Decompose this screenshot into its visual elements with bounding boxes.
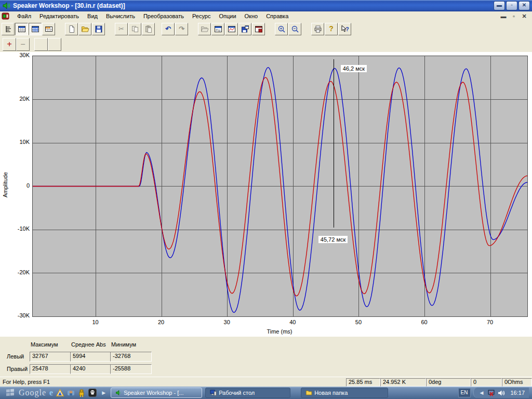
zoom-in-icon <box>277 25 286 33</box>
minimize-button[interactable]: ▬ <box>494 1 505 10</box>
print-button[interactable] <box>311 23 324 35</box>
new-document-icon <box>68 25 76 33</box>
title-bar: Speaker Workshop - [30.in.r (dataset)] ▬… <box>0 0 532 11</box>
mdi-restore-button[interactable]: ▫ <box>510 13 517 20</box>
language-indicator[interactable]: EN <box>458 388 471 397</box>
restore-button[interactable]: ▫ <box>506 1 517 10</box>
menu-file[interactable]: Файл <box>13 12 35 20</box>
cut-button[interactable]: ✂ <box>115 23 128 35</box>
taskbar-button-desktop[interactable]: Рабочий стол <box>205 388 290 398</box>
x-tick-label: 30 <box>217 319 237 325</box>
windows-flag-icon[interactable] <box>5 389 16 397</box>
view-notes-button[interactable] <box>2 23 15 35</box>
remove-marker-button[interactable]: − <box>16 38 30 51</box>
redo-button[interactable]: ↷ <box>175 23 188 35</box>
stats-left-min: -32768 <box>110 352 152 362</box>
view-table-b-button[interactable] <box>29 23 42 35</box>
waveform-series-0 <box>33 68 527 313</box>
menu-options[interactable]: Опции <box>215 12 240 20</box>
minus-icon: − <box>20 39 25 50</box>
context-help-icon: ? <box>341 25 349 33</box>
new-document-button[interactable] <box>65 23 78 35</box>
marker-toolbar: + − <box>0 37 532 52</box>
svg-text:?: ? <box>345 26 349 32</box>
x-tick-label: 70 <box>480 319 500 325</box>
stats-panel: Максимум Среднее Abs Минимум Левый 32767… <box>0 337 532 377</box>
x-tick-label: 10 <box>85 319 106 325</box>
main-toolbar: ✂ ↶ ↷ Prp <box>0 21 532 37</box>
taskbar-button-new-folder[interactable]: Новая папка <box>301 388 388 398</box>
chart-window-button[interactable] <box>225 23 238 35</box>
save-button[interactable] <box>92 23 105 35</box>
paste-button[interactable] <box>142 23 155 35</box>
display-settings-tray-icon[interactable] <box>488 390 495 396</box>
context-help-button[interactable]: ? <box>338 23 351 35</box>
internet-explorer-icon[interactable]: e <box>49 388 53 397</box>
quick-launch: Google e ▶ <box>0 388 111 397</box>
skull-app-icon[interactable] <box>88 389 97 397</box>
speaker-workshop-icon <box>2 2 10 10</box>
close-button[interactable]: ✕ <box>518 1 530 10</box>
copy-icon <box>131 25 139 33</box>
notes-view-icon <box>4 25 12 33</box>
stats-left-avg: 5994 <box>70 352 112 362</box>
x-tick-label: 40 <box>282 319 303 325</box>
menu-edit[interactable]: Редактировать <box>35 12 83 20</box>
menu-help[interactable]: Справка <box>262 12 292 20</box>
task-label: Speaker Workshop - [... <box>124 390 183 396</box>
folder-task-icon <box>305 390 312 396</box>
stats-right-max: 25478 <box>30 364 71 374</box>
speaker-task-icon <box>115 390 122 396</box>
taskbar-button-speaker-workshop[interactable]: Speaker Workshop - [... <box>111 388 202 398</box>
tray-chevron[interactable]: ◀ <box>478 390 486 395</box>
mdi-minimize-button[interactable]: ▬ <box>500 13 507 20</box>
undo-button[interactable]: ↶ <box>162 23 175 35</box>
cursor-time-label-top: 46,2 мск <box>341 65 367 72</box>
stats-header-max: Максимум <box>31 341 58 348</box>
system-tray: EN ◀ 16:17 <box>458 388 532 398</box>
help-button[interactable]: ? <box>325 23 338 35</box>
status-help-text: For Help, press F1 <box>3 379 50 385</box>
stats-header-min: Минимум <box>111 341 136 348</box>
taskbar-clock[interactable]: 16:17 <box>508 390 527 396</box>
waveform-plot[interactable] <box>32 56 528 317</box>
properties-window-button[interactable]: Prp <box>211 23 224 35</box>
status-phase-panel: 0deg <box>426 378 471 387</box>
marker-blank-button-2[interactable] <box>48 38 61 51</box>
menu-view[interactable]: Вид <box>83 12 102 20</box>
menu-resource[interactable]: Ресурс <box>188 12 215 20</box>
volume-tray-icon[interactable] <box>498 390 506 396</box>
waveform-series-1 <box>33 77 527 296</box>
undo-arrow-icon: ↶ <box>165 25 171 32</box>
svg-text:Prp: Prp <box>216 29 221 32</box>
chart-window-icon <box>228 25 236 33</box>
folder-gray-icon <box>201 25 209 33</box>
menu-window[interactable]: Окно <box>241 12 262 20</box>
x-axis-title: Time (ms) <box>32 328 527 335</box>
quick-launch-overflow-chevron[interactable]: ▶ <box>100 390 108 395</box>
robot-app-icon[interactable] <box>78 389 85 397</box>
save-all-button[interactable] <box>238 23 251 35</box>
zoom-in-button[interactable] <box>275 23 288 35</box>
table-view-icon <box>31 25 39 33</box>
open-button[interactable] <box>78 23 91 35</box>
import-button[interactable] <box>198 23 211 35</box>
delta-app-icon[interactable] <box>56 389 64 396</box>
cursor-time-label-bottom: 45,72 мск <box>318 236 348 243</box>
view-table-c-button[interactable] <box>42 23 55 35</box>
menu-transform[interactable]: Преобразовать <box>139 12 188 20</box>
y-tick-label: -10K <box>0 225 30 232</box>
stats-row-label-left: Левый <box>7 353 24 360</box>
x-tick-label: 20 <box>151 319 171 325</box>
zoom-out-button[interactable] <box>288 23 301 35</box>
view-table-a-button[interactable] <box>15 23 28 35</box>
add-marker-button[interactable]: + <box>3 38 16 51</box>
status-zero-panel: 0 <box>471 378 502 387</box>
marker-blank-button-1[interactable] <box>34 38 48 51</box>
mdi-close-button[interactable]: ✕ <box>521 13 528 20</box>
export-chart-button[interactable] <box>252 23 265 35</box>
google-toolbar-label[interactable]: Google <box>19 388 46 397</box>
menu-calculate[interactable]: Вычислить <box>102 12 139 20</box>
mail-app-icon[interactable] <box>67 389 75 396</box>
copy-button[interactable] <box>128 23 141 35</box>
